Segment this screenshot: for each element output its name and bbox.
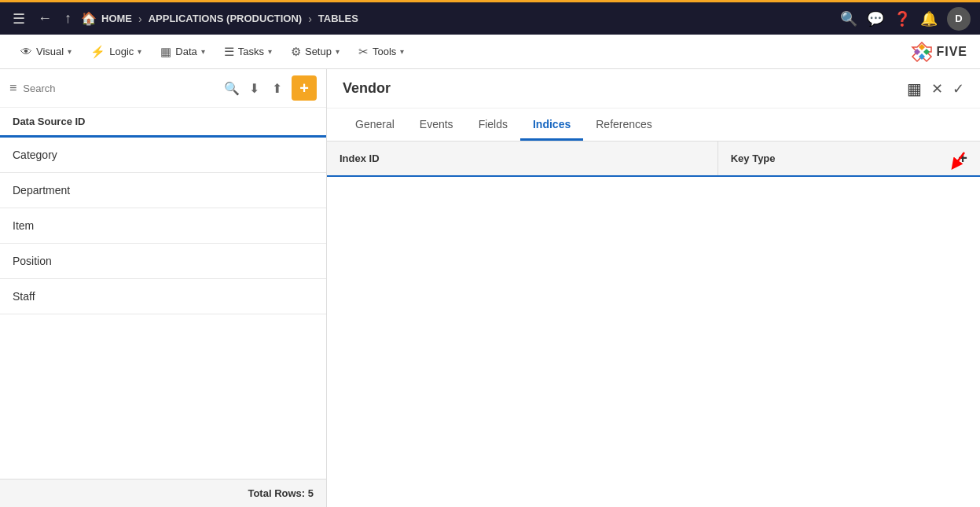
tab-general[interactable]: General xyxy=(343,110,407,140)
search-global-icon[interactable]: 🔍 xyxy=(840,10,857,28)
list-item[interactable]: Department xyxy=(0,173,326,208)
sidebar-toolbar: ≡ 🔍 ⬇ ⬆ + xyxy=(0,69,326,108)
breadcrumb: 🏠 HOME › APPLICATIONS (PRODUCTION) › TAB… xyxy=(81,11,358,26)
hamburger-icon[interactable]: ☰ xyxy=(9,7,28,31)
logic-caret: ▾ xyxy=(138,47,141,56)
top-nav-right: 🔍 💬 ❓ 🔔 D xyxy=(840,7,971,31)
panel-header: Vendor ▦ ✕ ✓ xyxy=(327,69,980,108)
list-item[interactable]: Position xyxy=(0,244,326,279)
tabs: General Events Fields Indices References xyxy=(327,108,980,141)
tab-references[interactable]: References xyxy=(583,110,665,140)
close-icon[interactable]: ✕ xyxy=(931,80,943,97)
sidebar-list: Category Department Item Position Staff xyxy=(0,138,326,479)
column-actions: + xyxy=(945,141,980,176)
data-icon: ▦ xyxy=(160,45,171,59)
setup-menu-item[interactable]: ⚙ Setup ▾ xyxy=(283,40,347,64)
home-label: HOME xyxy=(101,13,132,24)
breadcrumb-arrow-1: › xyxy=(138,13,142,25)
tools-label: Tools xyxy=(373,46,396,57)
chat-icon[interactable]: 💬 xyxy=(867,10,884,28)
right-panel: Vendor ▦ ✕ ✓ General Events Fields Indic… xyxy=(327,69,980,507)
setup-caret: ▾ xyxy=(336,47,340,56)
sidebar-header: Data Source ID xyxy=(0,108,326,138)
panel-header-actions: ▦ ✕ ✓ xyxy=(907,79,964,98)
tools-caret: ▾ xyxy=(400,47,404,56)
tasks-label: Tasks xyxy=(238,46,264,57)
breadcrumb-applications[interactable]: APPLICATIONS (PRODUCTION) xyxy=(149,13,302,24)
top-nav: ☰ ← ↑ 🏠 HOME › APPLICATIONS (PRODUCTION)… xyxy=(0,0,980,35)
five-logo: FIVE xyxy=(911,41,967,63)
filter-icon[interactable]: ≡ xyxy=(9,81,17,95)
search-input[interactable] xyxy=(23,83,218,94)
second-nav-items: 👁 Visual ▾ ⚡ Logic ▾ ▦ Data ▾ ☰ Tasks ▾ … xyxy=(13,40,412,64)
help-icon[interactable]: ❓ xyxy=(894,10,911,28)
tasks-icon: ☰ xyxy=(224,45,234,59)
home-icon: 🏠 xyxy=(81,11,97,26)
sidebar: ≡ 🔍 ⬇ ⬆ + Data Source ID Category Depart… xyxy=(0,69,327,507)
back-icon[interactable]: ← xyxy=(35,7,55,30)
red-arrow-indicator xyxy=(942,151,966,175)
data-menu-item[interactable]: ▦ Data ▾ xyxy=(152,40,212,64)
setup-label: Setup xyxy=(305,46,332,57)
tab-events[interactable]: Events xyxy=(407,110,466,140)
indices-table-container: Index ID Key Type + xyxy=(327,141,980,507)
indices-table: Index ID Key Type + xyxy=(327,141,980,177)
visual-icon: 👁 xyxy=(20,45,32,58)
bell-icon[interactable]: 🔔 xyxy=(920,10,938,28)
table-header-row: Index ID Key Type + xyxy=(327,141,980,176)
visual-label: Visual xyxy=(36,46,64,57)
home-breadcrumb[interactable]: 🏠 HOME xyxy=(81,11,132,26)
download-button[interactable]: ⬇ xyxy=(246,78,262,99)
avatar[interactable]: D xyxy=(947,7,971,31)
up-icon[interactable]: ↑ xyxy=(61,7,75,30)
visual-caret: ▾ xyxy=(68,47,72,56)
panel-title: Vendor xyxy=(343,80,391,97)
setup-icon: ⚙ xyxy=(291,45,301,59)
sidebar-footer: Total Rows: 5 xyxy=(0,479,326,507)
tasks-menu-item[interactable]: ☰ Tasks ▾ xyxy=(216,40,280,64)
search-icon[interactable]: 🔍 xyxy=(224,81,240,96)
data-caret: ▾ xyxy=(201,47,205,56)
svg-line-6 xyxy=(955,152,964,165)
confirm-icon[interactable]: ✓ xyxy=(952,80,964,97)
main-container: ≡ 🔍 ⬇ ⬆ + Data Source ID Category Depart… xyxy=(0,69,980,507)
tools-icon: ✂ xyxy=(358,45,369,59)
tools-menu-item[interactable]: ✂ Tools ▾ xyxy=(351,40,412,64)
column-index-id: Index ID xyxy=(327,141,718,176)
column-key-type: Key Type xyxy=(718,141,945,176)
grid-view-icon[interactable]: ▦ xyxy=(907,79,922,98)
visual-menu-item[interactable]: 👁 Visual ▾ xyxy=(13,40,79,63)
five-logo-text: FIVE xyxy=(936,45,967,59)
list-item[interactable]: Category xyxy=(0,138,326,173)
second-nav: 👁 Visual ▾ ⚡ Logic ▾ ▦ Data ▾ ☰ Tasks ▾ … xyxy=(0,35,980,69)
list-item[interactable]: Staff xyxy=(0,279,326,314)
upload-button[interactable]: ⬆ xyxy=(269,78,285,99)
five-logo-icon xyxy=(911,41,933,63)
tab-indices[interactable]: Indices xyxy=(520,110,583,141)
tab-fields[interactable]: Fields xyxy=(466,110,520,140)
breadcrumb-tables[interactable]: TABLES xyxy=(318,13,358,24)
add-button[interactable]: + xyxy=(292,75,317,101)
logic-label: Logic xyxy=(109,46,134,57)
tasks-caret: ▾ xyxy=(268,47,272,56)
top-nav-left: ☰ ← ↑ 🏠 HOME › APPLICATIONS (PRODUCTION)… xyxy=(9,7,834,31)
data-label: Data xyxy=(175,46,196,57)
logic-icon: ⚡ xyxy=(90,45,105,59)
breadcrumb-arrow-2: › xyxy=(308,13,312,25)
list-item[interactable]: Item xyxy=(0,208,326,244)
logic-menu-item[interactable]: ⚡ Logic ▾ xyxy=(83,40,149,64)
